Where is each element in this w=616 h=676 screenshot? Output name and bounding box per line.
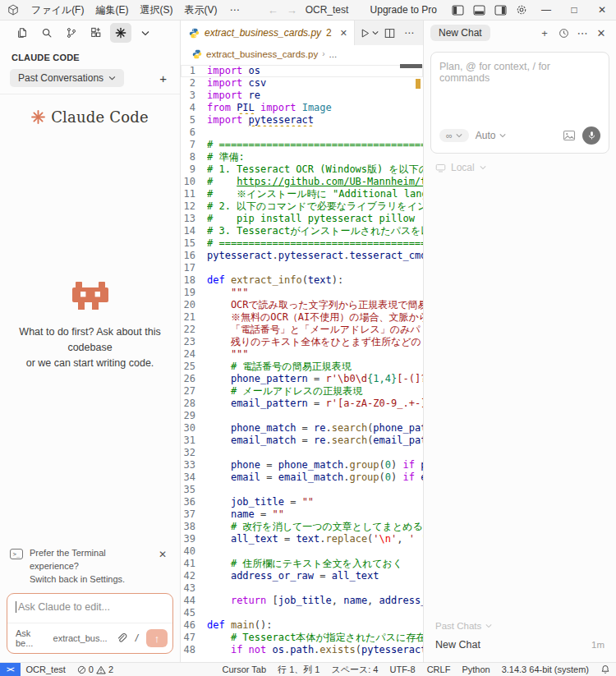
window-close-button[interactable]: ✕	[588, 0, 616, 21]
chevron-down-icon[interactable]	[135, 23, 156, 43]
chat-close-icon[interactable]: ✕	[593, 25, 609, 41]
nav-back-icon[interactable]: ←	[268, 4, 278, 16]
files-icon[interactable]	[11, 23, 33, 43]
new-chat-icon[interactable]: +	[536, 25, 553, 41]
upgrade-to-pro-button[interactable]: Upgrade to Pro	[370, 4, 437, 16]
code-line[interactable]: 39 all_text = text.replace('\n', ' ').	[181, 533, 423, 545]
menu-edit[interactable]: 編集(E)	[90, 3, 134, 17]
chat-more-icon[interactable]: ⋯	[574, 25, 591, 41]
hint-close-icon[interactable]: ✕	[155, 547, 170, 562]
mode-auto-dropdown[interactable]: Auto	[476, 130, 506, 141]
model-infinity-dropdown[interactable]: ∞	[439, 129, 469, 142]
code-line[interactable]: 28 email_pattern = r'[a-zA-Z0-9_.+-]+@	[181, 398, 423, 410]
chat-input-placeholder[interactable]: Plan, @ for context, / for commands	[439, 61, 600, 84]
context-file-chip[interactable]: extract_bus...	[53, 633, 108, 643]
code-line[interactable]: 42 address_or_raw = all_text	[181, 570, 423, 582]
code-line[interactable]: 36 job_title = ""	[181, 496, 423, 508]
extensions-icon[interactable]	[85, 23, 107, 43]
remote-indicator[interactable]: ><	[0, 663, 21, 676]
menu-selection[interactable]: 選択(S)	[134, 3, 178, 17]
window-maximize-button[interactable]: □	[560, 0, 588, 21]
code-line[interactable]: 19 """	[181, 287, 423, 299]
editor-more-icon[interactable]: ⋯	[400, 23, 418, 43]
menu-more[interactable]: ⋯	[223, 4, 246, 16]
breadcrumb[interactable]: extract_business_cards.py › ...	[181, 45, 423, 62]
code-line[interactable]: 26 phone_pattern = r'\b0\d{1,4}[-(]?\d	[181, 373, 423, 385]
code-line[interactable]: 44 return [job_title, name, address_or	[181, 595, 423, 607]
claude-input-box[interactable]: Ask Claude to edit... Ask be... extract_…	[7, 593, 173, 654]
code-line[interactable]: 47 # Tesseract本体が指定されたパスに存在	[181, 632, 423, 644]
code-line[interactable]: 38 # 改行を消して一つの文章としてまとめる	[181, 521, 423, 533]
code-line[interactable]: 48 if not os.path.exists(pytesseract.p	[181, 644, 423, 656]
attach-paperclip-icon[interactable]	[116, 632, 127, 644]
code-line[interactable]: 27 # メールアドレスの正規表現	[181, 385, 423, 398]
tab-close-icon[interactable]: ✕	[340, 28, 347, 39]
code-line[interactable]: 25 # 電話番号の簡易正規表現	[181, 361, 423, 373]
code-line[interactable]: 8# 準備:	[181, 151, 423, 163]
scrollbar-handle[interactable]	[400, 64, 422, 68]
toggle-sidebar-left-icon[interactable]	[447, 0, 468, 21]
code-line[interactable]: 32	[181, 447, 423, 459]
toggle-panel-bottom-icon[interactable]	[468, 0, 490, 21]
tab-extract-business-cards[interactable]: extract_business_cards.py 2 ✕	[181, 21, 355, 45]
past-conversations-dropdown[interactable]: Past Conversations	[10, 69, 124, 87]
code-line[interactable]: 23 残りのテキスト全体をひとまず住所などの	[181, 336, 423, 348]
code-line[interactable]: 37 name = ""	[181, 508, 423, 521]
code-line[interactable]: 45	[181, 607, 423, 619]
voice-mic-icon[interactable]	[582, 126, 600, 145]
chat-history-item[interactable]: New Chat 1m	[435, 639, 605, 654]
code-line[interactable]: 22 「電話番号」と「メールアドレス」のみパ	[181, 324, 423, 336]
status-indentation[interactable]: スペース: 4	[325, 664, 384, 676]
code-line[interactable]: 16pytesseract.pytesseract.tesseract_cmd …	[181, 250, 423, 262]
code-line[interactable]: 21 ※無料のOCR（AI不使用）の場合、文脈から	[181, 311, 423, 324]
menu-file[interactable]: ファイル(F)	[25, 3, 90, 17]
attach-image-icon[interactable]	[563, 129, 576, 142]
breadcrumb-more[interactable]: ...	[329, 49, 338, 59]
window-minimize-button[interactable]: —	[532, 0, 560, 21]
code-line[interactable]: 12# 2. 以下のコマンドで必要なライブラリをイン	[181, 200, 423, 213]
ask-mode-dropdown[interactable]: Ask be...	[16, 628, 45, 648]
chat-history-icon[interactable]	[555, 25, 572, 41]
code-area[interactable]: 1import os2import csv3import re4from PIL…	[181, 62, 423, 662]
status-encoding[interactable]: UTF-8	[384, 665, 421, 674]
status-eol[interactable]: CRLF	[421, 665, 457, 674]
split-editor-icon[interactable]	[380, 23, 398, 43]
status-language[interactable]: Python	[456, 665, 495, 674]
code-line[interactable]: 29	[181, 410, 423, 422]
toggle-sidebar-right-icon[interactable]	[490, 0, 511, 21]
code-line[interactable]: 7# =====================================…	[181, 139, 423, 151]
code-line[interactable]: 17	[181, 262, 423, 274]
code-line[interactable]: 1import os	[181, 65, 423, 77]
breadcrumb-file[interactable]: extract_business_cards.py	[206, 49, 318, 59]
code-line[interactable]: 40	[181, 545, 423, 558]
slash-commands-icon[interactable]: /	[136, 632, 138, 644]
code-line[interactable]: 6	[181, 126, 423, 139]
search-icon[interactable]	[36, 23, 57, 43]
code-line[interactable]: 10# https://github.com/UB-Mannheim/tes	[181, 176, 423, 188]
past-chats-dropdown[interactable]: Past Chats	[435, 621, 605, 639]
code-line[interactable]: 43	[181, 582, 423, 595]
notifications-bell-icon[interactable]	[595, 665, 616, 674]
code-line[interactable]: 18def extract_info(text):	[181, 274, 423, 287]
status-problems[interactable]: 0 2	[71, 665, 119, 674]
code-line[interactable]: 33 phone = phone_match.group(0) if pho	[181, 459, 423, 471]
code-line[interactable]: 2import csv	[181, 77, 423, 90]
status-cursor-position[interactable]: 行 1、列 1	[272, 664, 325, 676]
claude-input-placeholder[interactable]: Ask Claude to edit...	[18, 601, 110, 613]
code-line[interactable]: 41 # 住所欄にテキスト全文を入れておく	[181, 558, 423, 570]
status-workspace[interactable]: OCR_test	[21, 665, 71, 674]
menu-view[interactable]: 表示(V)	[178, 3, 223, 17]
settings-gear-icon[interactable]	[511, 0, 532, 21]
status-cursor-tab[interactable]: Cursor Tab	[216, 665, 272, 674]
code-line[interactable]: 46def main():	[181, 619, 423, 632]
source-control-icon[interactable]	[61, 23, 82, 43]
code-line[interactable]: 35	[181, 484, 423, 496]
code-line[interactable]: 20 OCRで読み取った文字列から正規表現で簡易	[181, 299, 423, 311]
code-line[interactable]: 31 email_match = re.search(email_patte	[181, 435, 423, 447]
run-dropdown-icon[interactable]	[372, 30, 379, 35]
code-line[interactable]: 13# pip install pytesseract pillow	[181, 213, 423, 225]
code-line[interactable]: 30 phone_match = re.search(phone_patte	[181, 422, 423, 435]
code-line[interactable]: 4from PIL import Image	[181, 102, 423, 114]
code-line[interactable]: 24 """	[181, 348, 423, 361]
status-interpreter[interactable]: 3.14.3 64-bit (system)	[496, 665, 595, 674]
